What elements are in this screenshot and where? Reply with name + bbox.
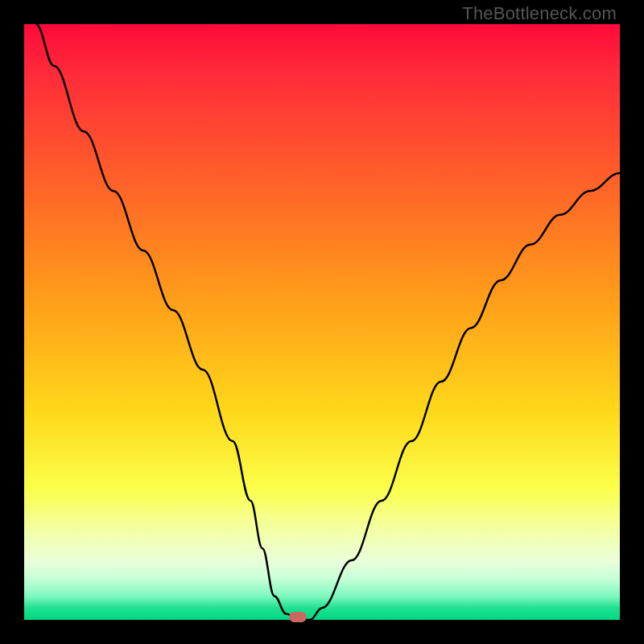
- bottleneck-curve: [24, 24, 620, 620]
- watermark-text: TheBottleneck.com: [462, 3, 617, 24]
- curve-path: [36, 24, 620, 620]
- chart-frame: TheBottleneck.com: [0, 0, 644, 644]
- minimum-marker: [289, 612, 307, 622]
